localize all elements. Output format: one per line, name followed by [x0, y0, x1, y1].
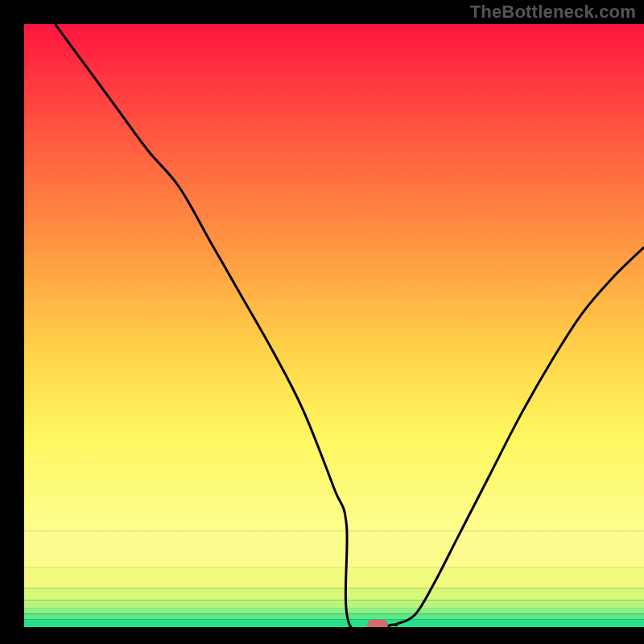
svg-rect-5 — [24, 588, 644, 600]
optimal-marker — [367, 620, 388, 630]
svg-rect-3 — [24, 608, 644, 613]
svg-rect-2 — [24, 614, 644, 620]
svg-rect-4 — [24, 600, 644, 608]
chart-background — [24, 24, 644, 627]
chart-frame: TheBottleneck.com — [0, 0, 644, 644]
svg-rect-7 — [24, 530, 644, 567]
bottleneck-chart — [0, 0, 644, 644]
svg-rect-1 — [24, 619, 644, 627]
svg-rect-8 — [24, 24, 644, 530]
attribution-watermark: TheBottleneck.com — [470, 2, 636, 23]
svg-rect-6 — [24, 567, 644, 588]
